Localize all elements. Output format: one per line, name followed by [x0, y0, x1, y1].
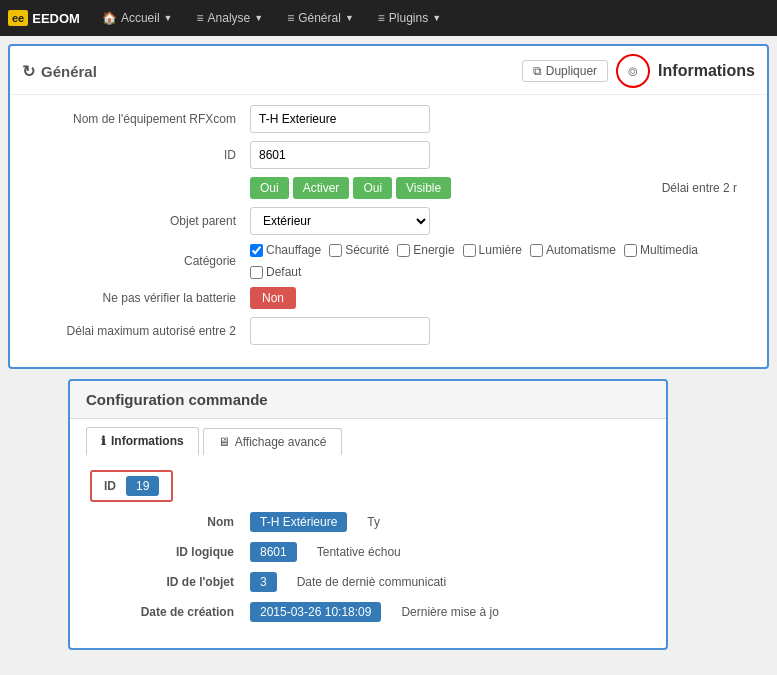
- id-red-box: ID 19: [90, 470, 173, 502]
- nom-label: Nom de l'équipement RFXcom: [30, 112, 250, 126]
- config-nom-label: Nom: [90, 515, 250, 529]
- nav-analyse[interactable]: ≡ Analyse ▼: [187, 0, 274, 36]
- defaut-check[interactable]: Defaut: [250, 265, 301, 279]
- brand-icon: ee: [8, 10, 28, 26]
- non-button[interactable]: Non: [250, 287, 296, 309]
- config-idlogique-row: ID logique 8601 Tentative échou: [90, 542, 646, 562]
- securite-check[interactable]: Sécurité: [329, 243, 389, 257]
- share-circle[interactable]: ⌾: [616, 54, 650, 88]
- config-id-row: ID 19: [90, 470, 646, 502]
- delai-label: Délai maximum autorisé entre 2: [30, 324, 250, 338]
- id-input[interactable]: [250, 141, 430, 169]
- oui2-button[interactable]: Oui: [353, 177, 392, 199]
- nom-input[interactable]: [250, 105, 430, 133]
- panel-title: ↻ Général: [22, 62, 97, 81]
- tab-affichage-avance[interactable]: 🖥 Affichage avancé: [203, 428, 342, 455]
- config-idlogique-label: ID logique: [90, 545, 250, 559]
- info-icon: ℹ: [101, 434, 106, 448]
- config-idobjet-label: ID de l'objet: [90, 575, 250, 589]
- navbar: ee EEDOM 🏠 Accueil ▼ ≡ Analyse ▼ ≡ Génér…: [0, 0, 777, 36]
- objet-parent-select[interactable]: Extérieur: [250, 207, 430, 235]
- caret-icon: ▼: [432, 13, 441, 23]
- dupliquer-icon: ⧉: [533, 64, 542, 78]
- objet-parent-row: Objet parent Extérieur: [30, 207, 747, 235]
- brand: ee EEDOM: [8, 10, 80, 26]
- analyse-icon: ≡: [197, 11, 204, 25]
- caret-icon: ▼: [164, 13, 173, 23]
- batterie-label: Ne pas vérifier la batterie: [30, 291, 250, 305]
- activer-button[interactable]: Activer: [293, 177, 350, 199]
- id-label: ID: [30, 148, 250, 162]
- nom-badge: T-H Extérieure: [250, 512, 347, 532]
- delai-input[interactable]: [250, 317, 430, 345]
- buttons-row: Oui Activer Oui Visible Délai entre 2 r: [30, 177, 747, 199]
- nav-plugins[interactable]: ≡ Plugins ▼: [368, 0, 451, 36]
- config-tabs: ℹ Informations 🖥 Affichage avancé: [70, 419, 666, 456]
- panel-header: ↻ Général ⧉ Dupliquer ⌾ Informations: [10, 46, 767, 95]
- informations-label: Informations: [658, 62, 755, 80]
- oui1-button[interactable]: Oui: [250, 177, 289, 199]
- config-nom-row: Nom T-H Extérieure Ty: [90, 512, 646, 532]
- nav-accueil[interactable]: 🏠 Accueil ▼: [92, 0, 183, 36]
- datecomm-partial: Date de derniè communicati: [297, 575, 446, 589]
- id-inline-label: ID: [104, 479, 116, 493]
- dupliquer-button[interactable]: ⧉ Dupliquer: [522, 60, 608, 82]
- general-panel: ↻ Général ⧉ Dupliquer ⌾ Informations Nom…: [8, 44, 769, 369]
- nav-general[interactable]: ≡ Général ▼: [277, 0, 364, 36]
- main-area: ↻ Général ⧉ Dupliquer ⌾ Informations Nom…: [0, 36, 777, 668]
- batterie-row: Ne pas vérifier la batterie Non: [30, 287, 747, 309]
- config-panel: Configuration commande ℹ Informations 🖥 …: [68, 379, 668, 650]
- energie-check[interactable]: Energie: [397, 243, 454, 257]
- plugins-icon: ≡: [378, 11, 385, 25]
- form-body: Nom de l'équipement RFXcom ID Oui Active…: [10, 95, 767, 357]
- idobjet-badge: 3: [250, 572, 277, 592]
- caret-icon: ▼: [345, 13, 354, 23]
- checkbox-group: Chauffage Sécurité Energie Lumière Autom…: [250, 243, 747, 279]
- general-icon: ≡: [287, 11, 294, 25]
- type-partial: Ty: [367, 515, 380, 529]
- idlogique-badge: 8601: [250, 542, 297, 562]
- config-idobjet-row: ID de l'objet 3 Date de derniè communica…: [90, 572, 646, 592]
- panel-actions: ⧉ Dupliquer ⌾ Informations: [522, 54, 755, 88]
- automatisme-check[interactable]: Automatisme: [530, 243, 616, 257]
- delai-row: Délai maximum autorisé entre 2: [30, 317, 747, 345]
- visible-button[interactable]: Visible: [396, 177, 451, 199]
- config-datecreation-row: Date de création 2015-03-26 10:18:09 Der…: [90, 602, 646, 622]
- config-panel-header: Configuration commande: [70, 381, 666, 419]
- tab-informations[interactable]: ℹ Informations: [86, 427, 199, 456]
- back-icon[interactable]: ↻: [22, 62, 35, 81]
- lumiere-check[interactable]: Lumière: [463, 243, 522, 257]
- config-datecreation-label: Date de création: [90, 605, 250, 619]
- categorie-label: Catégorie: [30, 254, 250, 268]
- multimedia-check[interactable]: Multimedia: [624, 243, 698, 257]
- share-icon: ⌾: [628, 62, 638, 80]
- caret-icon: ▼: [254, 13, 263, 23]
- home-icon: 🏠: [102, 11, 117, 25]
- delai-right-text: Délai entre 2 r: [662, 181, 747, 195]
- id-row: ID: [30, 141, 747, 169]
- id-badge: 19: [126, 476, 159, 496]
- config-body: ID 19 Nom T-H Extérieure Ty ID logique 8…: [70, 456, 666, 648]
- derniere-partial: Dernière mise à jo: [401, 605, 498, 619]
- tentative-partial: Tentative échou: [317, 545, 401, 559]
- brand-text: EEDOM: [32, 11, 80, 26]
- categorie-row: Catégorie Chauffage Sécurité Energie Lum…: [30, 243, 747, 279]
- chauffage-check[interactable]: Chauffage: [250, 243, 321, 257]
- nom-row: Nom de l'équipement RFXcom: [30, 105, 747, 133]
- monitor-icon: 🖥: [218, 435, 230, 449]
- datecreation-badge: 2015-03-26 10:18:09: [250, 602, 381, 622]
- objet-parent-label: Objet parent: [30, 214, 250, 228]
